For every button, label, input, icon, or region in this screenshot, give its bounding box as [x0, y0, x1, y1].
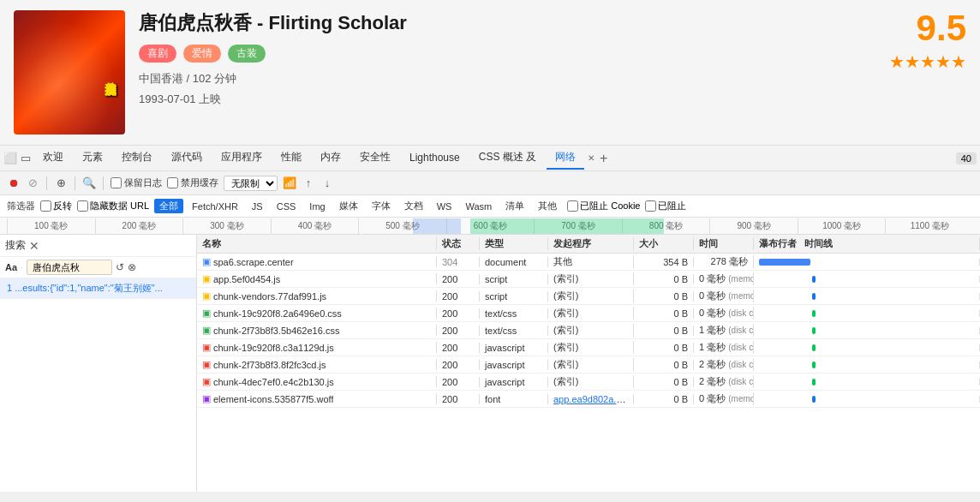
movie-tags: 喜剧 爱情 古装: [139, 45, 875, 63]
tab-security[interactable]: 安全性: [351, 146, 399, 170]
filter-type-ws[interactable]: WS: [432, 200, 457, 212]
table-row[interactable]: ▣ app.5ef0d454.js 200 script (索引) 0 B 0 …: [197, 271, 980, 288]
filter-type-other[interactable]: 其他: [533, 199, 562, 213]
table-row[interactable]: ▣ chunk-4dec7ef0.e4c2b130.js 200 javascr…: [197, 374, 980, 391]
table-row[interactable]: ▣ chunk-19c920f8.c3a1129d.js 200 javascr…: [197, 339, 980, 356]
tab-memory[interactable]: 内存: [312, 146, 350, 170]
filter-type-doc[interactable]: 文档: [399, 199, 428, 213]
hide-data-urls-label: 隐藏数据 URL: [90, 200, 149, 212]
format-bar: Aa · ↺ ⊗: [0, 257, 196, 278]
row-status: 200: [437, 274, 480, 284]
filter-type-img[interactable]: Img: [304, 200, 330, 212]
row-name: chunk-19c920f8.2a6496e0.css: [213, 308, 342, 319]
tag-comedy[interactable]: 喜剧: [139, 45, 176, 63]
search-bar: 搜索 ✕: [0, 235, 196, 257]
panel-bottom-icon[interactable]: ▭: [19, 152, 33, 165]
tab-performance[interactable]: 性能: [272, 146, 310, 170]
invert-checkbox[interactable]: 反转: [40, 200, 72, 212]
timeline-marker-200: 200 毫秒: [95, 218, 183, 234]
row-status: 200: [437, 394, 480, 404]
tab-close-icon[interactable]: ✕: [588, 153, 595, 163]
filter-icon[interactable]: ⊕: [54, 176, 68, 190]
panel-left-icon[interactable]: ⬜: [3, 152, 17, 165]
search-icon[interactable]: 🔍: [82, 176, 96, 190]
row-size: 0 B: [634, 343, 694, 353]
filter-type-xhr[interactable]: Fetch/XHR: [187, 200, 243, 212]
table-row[interactable]: ▣ chunk-19c920f8.2a6496e0.css 200 text/c…: [197, 305, 980, 322]
row-icon: ▣: [202, 325, 211, 336]
network-header: 名称 状态 类型 发起程序 大小 时间 瀑布行者 时间线: [197, 235, 980, 254]
row-name: element-icons.535877f5.woff: [213, 394, 333, 404]
search-input[interactable]: [27, 260, 112, 275]
tab-css-overview[interactable]: CSS 概述 及: [470, 146, 545, 170]
timeline-marker-400: 400 毫秒: [271, 218, 359, 234]
upload-icon[interactable]: ↑: [302, 176, 315, 190]
tab-add-button[interactable]: +: [596, 151, 611, 166]
refresh-button[interactable]: ↺: [116, 261, 124, 273]
invert-label: 反转: [53, 200, 72, 212]
table-row[interactable]: ▣ chunk-2f73b8f3.8f2fc3cd.js 200 javascr…: [197, 356, 980, 374]
filter-type-media[interactable]: 媒体: [334, 199, 363, 213]
search-label: 搜索: [5, 238, 26, 253]
header-type: 类型: [480, 237, 548, 250]
stop-icon[interactable]: ⊘: [26, 176, 39, 190]
timeline-green-zone: [470, 218, 664, 234]
table-row[interactable]: ▣ chunk-2f73b8f3.5b462e16.css 200 text/c…: [197, 322, 980, 339]
row-name: chunk-vendors.77daf991.js: [213, 291, 326, 302]
disable-cache-checkbox[interactable]: 禁用缓存: [167, 176, 218, 189]
blocked-cookies-input[interactable]: [567, 200, 578, 212]
tab-welcome[interactable]: 欢迎: [34, 146, 72, 170]
filter-type-all[interactable]: 全部: [154, 199, 183, 213]
filter-bar: 筛选器 反转 隐藏数据 URL 全部 Fetch/XHR JS CSS Img …: [0, 195, 980, 218]
tab-console[interactable]: 控制台: [113, 146, 161, 170]
record-icon[interactable]: ⏺: [7, 176, 21, 190]
tag-ancient[interactable]: 古装: [228, 45, 266, 63]
preserve-log-input[interactable]: [111, 177, 122, 188]
filter-type-font[interactable]: 字体: [367, 199, 396, 213]
table-row[interactable]: ▣ element-icons.535877f5.woff 200 font a…: [197, 391, 980, 408]
row-type: text/css: [480, 326, 548, 336]
preserve-log-checkbox[interactable]: 保留日志: [111, 176, 162, 189]
invert-input[interactable]: [40, 200, 51, 212]
disable-cache-label: 禁用缓存: [181, 176, 218, 189]
hide-data-urls-input[interactable]: [77, 200, 88, 212]
clear-button[interactable]: ⊗: [128, 261, 136, 273]
row-time: 278 毫秒: [694, 255, 754, 268]
format-sep: ·: [21, 262, 23, 272]
row-type: document: [480, 257, 548, 267]
download-icon[interactable]: ↓: [320, 176, 334, 190]
network-toolbar: ⏺ ⊘ ⊕ 🔍 保留日志 禁用缓存 无限制 📶 ↑ ↓: [0, 171, 980, 195]
row-status: 200: [437, 326, 480, 336]
blocked-requests-checkbox[interactable]: 已阻止: [645, 200, 686, 212]
row-type: font: [480, 394, 548, 404]
tab-elements[interactable]: 元素: [74, 146, 111, 170]
throttle-select[interactable]: 无限制: [224, 176, 278, 191]
tag-romance[interactable]: 爱情: [183, 45, 221, 63]
row-time: 2 毫秒 (disk cache): [694, 358, 754, 371]
search-result[interactable]: 1 ...esults:{"id":1,"name":"菊王别姬"...: [0, 278, 196, 299]
table-row[interactable]: ▣ chunk-vendors.77daf991.js 200 script (…: [197, 288, 980, 305]
blocked-cookies-checkbox[interactable]: 已阻止 Cookie: [567, 200, 640, 212]
tab-sources[interactable]: 源代码: [163, 146, 211, 170]
format-aa[interactable]: Aa: [5, 262, 17, 272]
filter-type-wasm[interactable]: Wasm: [460, 200, 497, 212]
tab-lighthouse[interactable]: Lighthouse: [401, 148, 469, 169]
filter-type-js[interactable]: JS: [247, 200, 268, 212]
tab-application[interactable]: 应用程序: [212, 146, 271, 170]
filter-type-css[interactable]: CSS: [272, 200, 302, 212]
toolbar-separator-1: [46, 176, 47, 190]
wifi-icon[interactable]: 📶: [283, 176, 296, 190]
row-icon: ▣: [202, 256, 211, 267]
filter-type-manifest[interactable]: 清单: [500, 199, 529, 213]
movie-date: 1993-07-01 上映: [139, 92, 875, 107]
hide-data-urls-checkbox[interactable]: 隐藏数据 URL: [77, 200, 149, 212]
row-time: 1 毫秒 (disk cache): [694, 324, 754, 337]
row-status: 200: [437, 291, 480, 302]
row-icon: ▣: [202, 308, 211, 319]
row-name: spa6.scrape.center: [213, 257, 294, 267]
search-close-icon[interactable]: ✕: [29, 239, 39, 253]
blocked-requests-input[interactable]: [645, 200, 656, 212]
table-row[interactable]: ▣ spa6.scrape.center 304 document 其他 354…: [197, 254, 980, 271]
disable-cache-input[interactable]: [167, 177, 178, 188]
tab-network[interactable]: 网络: [547, 146, 584, 170]
